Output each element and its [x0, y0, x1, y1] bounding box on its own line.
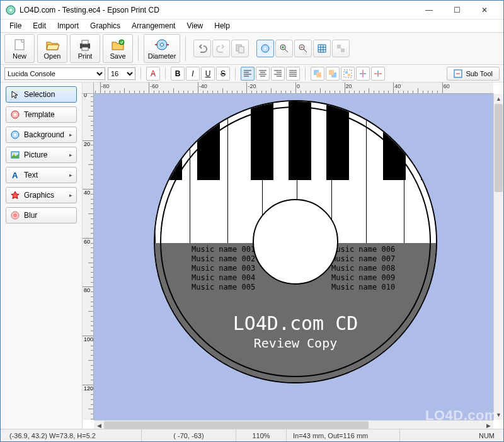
scroll-thumb[interactable]	[495, 104, 503, 192]
align-center-button[interactable]	[256, 67, 270, 81]
svg-text:A: A	[12, 171, 18, 179]
chevron-right-icon: ▸	[69, 172, 72, 178]
center-h-button[interactable]	[356, 67, 370, 81]
svg-point-12	[265, 48, 266, 50]
copy-button[interactable]	[231, 40, 249, 57]
minimize-button[interactable]: —	[415, 1, 443, 19]
design-canvas[interactable]: Music name 001Music name 002Music name 0…	[94, 94, 493, 420]
align-justify-button[interactable]	[286, 67, 300, 81]
grid-button[interactable]	[313, 40, 331, 57]
redo-button[interactable]	[212, 40, 230, 57]
save-icon	[111, 37, 125, 52]
status-dims: In=43 mm, Out=116 mm	[287, 429, 400, 441]
disc-subtitle: Review Copy	[155, 336, 436, 351]
app-icon	[6, 5, 16, 15]
diameter-icon	[154, 37, 170, 52]
sidebar-label: Blur	[24, 211, 37, 220]
zoom-out-icon	[298, 43, 308, 54]
scrollbar-vertical[interactable]: ▲ ▼	[493, 94, 503, 420]
font-color-button[interactable]: A	[146, 67, 160, 81]
maximize-button[interactable]: ☐	[443, 1, 471, 19]
disc-center-hole	[253, 199, 338, 285]
chevron-right-icon: ▸	[69, 192, 72, 198]
open-icon	[45, 37, 59, 52]
svg-rect-18	[316, 72, 321, 77]
window-title: LO4D.com - Testing.ec4 - Epson Print CD	[20, 6, 415, 14]
svg-rect-23	[348, 74, 350, 76]
svg-rect-5	[82, 47, 88, 50]
print-button[interactable]: Print	[70, 34, 100, 63]
zoom-out-button[interactable]	[294, 40, 312, 57]
toolbar-separator	[165, 67, 166, 80]
sidebar-label: Graphics	[24, 191, 54, 200]
statusbar: (-36.9, 43.2) W=73.8, H=5.2 ( -70, -63) …	[1, 429, 503, 441]
snap-icon	[336, 43, 346, 54]
bring-front-button[interactable]	[311, 67, 324, 81]
menubar: File Edit Import Graphics Arrangement Vi…	[1, 20, 503, 32]
menu-help[interactable]: Help	[209, 20, 235, 31]
menu-view[interactable]: View	[181, 20, 208, 31]
sidebar-item-selection[interactable]: Selection	[6, 86, 77, 103]
format-toolbar: Lucida Console 16 A B I U S Sub Tool	[1, 65, 503, 82]
menu-file[interactable]: File	[4, 20, 26, 31]
snap-button[interactable]	[332, 40, 350, 57]
sidebar-item-template[interactable]: Template	[6, 106, 77, 123]
align-right-button[interactable]	[271, 67, 285, 81]
svg-rect-22	[345, 71, 348, 74]
menu-arrangement[interactable]: Arrangement	[127, 20, 180, 31]
svg-rect-20	[329, 70, 334, 75]
align-center-icon	[258, 69, 267, 78]
menu-edit[interactable]: Edit	[28, 20, 51, 31]
svg-rect-10	[239, 47, 244, 53]
align-left-button[interactable]	[241, 67, 255, 81]
blur-icon	[10, 210, 20, 220]
sidebar-item-graphics[interactable]: Graphics ▸	[6, 187, 77, 203]
redo-icon	[216, 43, 226, 54]
subtool-label: Sub Tool	[466, 70, 493, 77]
status-mouse: ( -70, -63)	[142, 429, 236, 441]
open-button[interactable]: Open	[37, 34, 67, 63]
menu-graphics[interactable]: Graphics	[85, 20, 125, 31]
status-num: NUM	[472, 429, 501, 441]
zoom-in-button[interactable]	[275, 40, 293, 57]
font-select[interactable]: Lucida Console	[4, 67, 105, 80]
svg-point-8	[161, 43, 164, 47]
sidebar-item-picture[interactable]: Picture ▸	[6, 147, 77, 163]
ruler-vertical[interactable]: 020406080100120140	[83, 94, 94, 420]
scroll-up-icon[interactable]: ▲	[494, 94, 503, 104]
center-v-button[interactable]	[371, 67, 385, 81]
undo-button[interactable]	[193, 40, 211, 57]
cd-disc[interactable]: Music name 001Music name 002Music name 0…	[154, 100, 437, 383]
send-back-button[interactable]	[326, 67, 340, 81]
group-button[interactable]	[341, 67, 355, 81]
main-toolbar: New Open Print Save Diameter	[1, 32, 503, 65]
subtool-button[interactable]: Sub Tool	[447, 67, 500, 81]
diameter-button[interactable]: Diameter	[144, 34, 180, 63]
sidebar-item-background[interactable]: Background ▸	[6, 127, 77, 143]
svg-rect-16	[341, 48, 345, 52]
disc-view-button[interactable]	[256, 40, 274, 57]
bold-button[interactable]: B	[171, 67, 185, 81]
underline-button[interactable]: U	[201, 67, 215, 81]
new-button[interactable]: New	[4, 34, 35, 63]
sidebar-item-text[interactable]: A Text ▸	[6, 167, 77, 183]
close-button[interactable]: ✕	[471, 1, 498, 19]
new-label: New	[13, 52, 26, 60]
diameter-label: Diameter	[148, 52, 176, 60]
italic-button[interactable]: I	[186, 67, 200, 81]
strike-button[interactable]: S	[216, 67, 230, 81]
scroll-down-icon[interactable]: ▼	[494, 410, 503, 420]
track-list-right: Music name 006Music name 007Music name 0…	[331, 245, 395, 292]
group-icon	[343, 69, 352, 78]
menu-import[interactable]: Import	[52, 20, 84, 31]
ruler-horizontal[interactable]: -80-60-40-200204060	[94, 82, 493, 94]
sidebar-label: Picture	[24, 150, 47, 159]
sidebar-item-blur[interactable]: Blur	[6, 207, 77, 224]
sidebar-label: Text	[24, 171, 38, 179]
save-button[interactable]: Save	[103, 34, 133, 63]
chevron-right-icon: ▸	[69, 152, 72, 158]
svg-point-33	[13, 213, 17, 217]
toolbar-separator	[235, 67, 236, 80]
font-size-select[interactable]: 16	[108, 67, 135, 80]
grid-icon	[317, 43, 327, 54]
